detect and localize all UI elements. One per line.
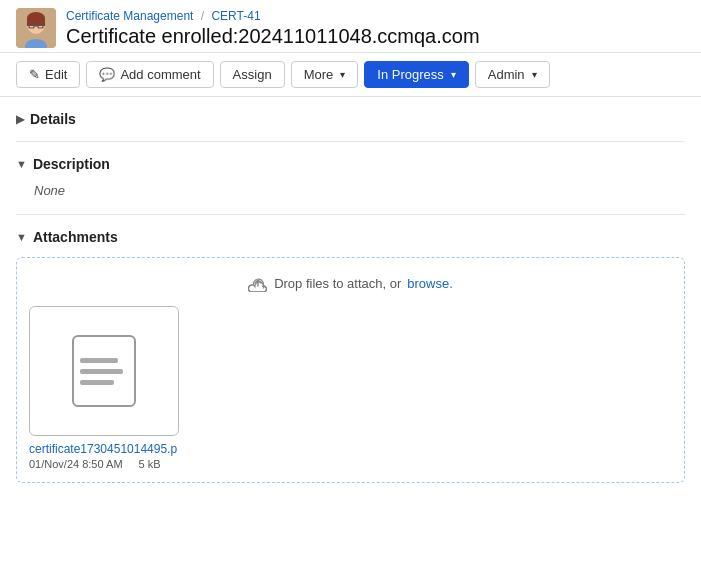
avatar (16, 8, 56, 48)
drop-hint: Drop files to attach, or browse. (29, 274, 672, 292)
assign-button[interactable]: Assign (220, 61, 285, 88)
edit-button[interactable]: ✎ Edit (16, 61, 80, 88)
breadcrumb-separator: / (201, 9, 204, 23)
file-size: 5 kB (139, 458, 161, 470)
header-text: Certificate Management / CERT-41 Certifi… (66, 9, 480, 48)
file-icon-box (29, 306, 179, 436)
top-bar: Certificate Management / CERT-41 Certifi… (0, 0, 701, 53)
attachments-section-label: Attachments (33, 229, 118, 245)
admin-button[interactable]: Admin ▾ (475, 61, 550, 88)
drop-hint-text: Drop files to attach, or (274, 276, 401, 291)
browse-link[interactable]: browse. (407, 276, 453, 291)
add-comment-label: Add comment (120, 67, 200, 82)
edit-icon: ✎ (29, 67, 40, 82)
description-section-header[interactable]: ▼ Description (16, 152, 685, 176)
doc-line-3 (80, 380, 114, 385)
attachments-section-header[interactable]: ▼ Attachments (16, 225, 685, 249)
details-toggle-icon: ▶ (16, 113, 24, 126)
page-title: Certificate enrolled:202411011048.ccmqa.… (66, 25, 480, 48)
add-comment-button[interactable]: 💬 Add comment (86, 61, 213, 88)
upload-icon (248, 274, 268, 292)
content-area: ▶ Details ▼ Description None ▼ Attachmen… (0, 97, 701, 493)
toolbar: ✎ Edit 💬 Add comment Assign More ▾ In Pr… (0, 53, 701, 97)
edit-label: Edit (45, 67, 67, 82)
more-label: More (304, 67, 334, 82)
attachments-toggle-icon: ▼ (16, 231, 27, 243)
doc-line-1 (80, 358, 118, 363)
breadcrumb: Certificate Management / CERT-41 (66, 9, 480, 23)
admin-label: Admin (488, 67, 525, 82)
file-date: 01/Nov/24 8:50 AM (29, 458, 123, 470)
file-card: certificate1730451014495.p 01/Nov/24 8:5… (29, 306, 189, 470)
svg-rect-3 (27, 18, 45, 26)
document-icon (72, 335, 136, 407)
attachments-section: ▼ Attachments Drop files to attach, or b… (16, 215, 685, 493)
breadcrumb-current: CERT-41 (211, 9, 260, 23)
status-button[interactable]: In Progress ▾ (364, 61, 468, 88)
file-meta: 01/Nov/24 8:50 AM 5 kB (29, 458, 161, 470)
breadcrumb-parent[interactable]: Certificate Management (66, 9, 193, 23)
description-toggle-icon: ▼ (16, 158, 27, 170)
details-section: ▶ Details (16, 97, 685, 142)
drop-zone[interactable]: Drop files to attach, or browse. certifi… (16, 257, 685, 483)
more-button[interactable]: More ▾ (291, 61, 359, 88)
more-chevron-icon: ▾ (340, 69, 345, 80)
status-chevron-icon: ▾ (451, 69, 456, 80)
details-section-header[interactable]: ▶ Details (16, 107, 685, 131)
admin-chevron-icon: ▾ (532, 69, 537, 80)
description-body: None (16, 176, 685, 204)
comment-icon: 💬 (99, 67, 115, 82)
status-label: In Progress (377, 67, 443, 82)
details-section-label: Details (30, 111, 76, 127)
assign-label: Assign (233, 67, 272, 82)
description-section-label: Description (33, 156, 110, 172)
description-section: ▼ Description None (16, 142, 685, 215)
description-value: None (34, 183, 65, 198)
file-name-link[interactable]: certificate1730451014495.p (29, 442, 177, 456)
doc-line-2 (80, 369, 123, 374)
